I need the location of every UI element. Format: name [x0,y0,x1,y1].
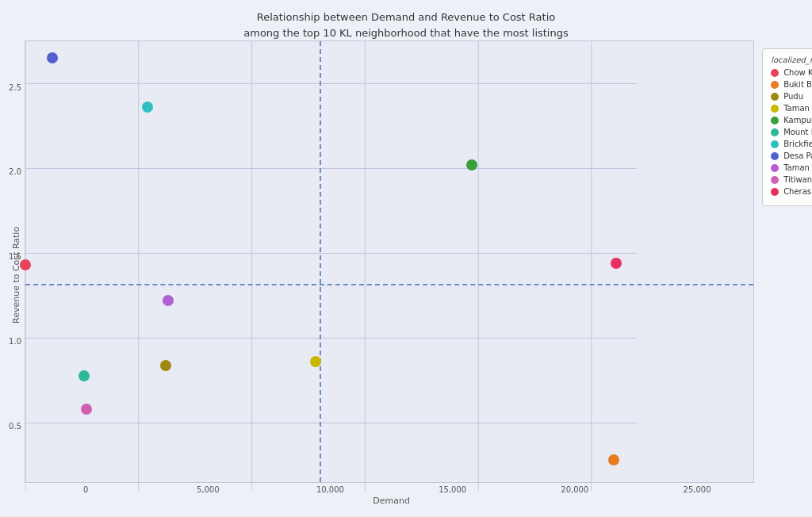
data-point[interactable] [142,101,153,113]
y-tick-label: 0.5 [9,422,21,431]
legend-color-dot [771,69,779,77]
data-point[interactable] [310,356,321,367]
x-axis-label: Demand [25,494,758,509]
legend-label: Taman Desa [783,104,812,113]
data-point[interactable] [608,454,619,465]
legend-item: Titiwangsa [771,175,812,184]
legend-label: Kampung Baru [783,116,812,124]
chart-body: Revenue to Cost Ratio 0.51.01.52.02.5 lo… [0,40,812,517]
dashed-vline [320,41,321,482]
legend-label: Bukit Bintang [783,80,812,89]
data-point[interactable] [79,370,90,381]
data-point[interactable] [81,404,92,415]
legend-label: Desa Pahlawan [783,151,812,160]
legend-color-dot [771,176,779,184]
data-point[interactable] [163,295,174,306]
grid-lines [25,41,637,491]
legend-label: Taman Danau Kota [783,163,812,172]
x-tick-label: 25,000 [636,485,758,494]
legend-item: Chow Kit [771,68,812,77]
legend-item: Brickfields [771,140,812,148]
legend-item: Taman Desa [771,104,812,113]
chart-container: Relationship between Demand and Revenue … [0,0,812,517]
data-point[interactable] [160,360,171,371]
legend-label: Mount Kiara [783,128,812,136]
legend-color-dot [771,140,779,148]
dashed-hline [25,284,753,285]
x-ticks: 05,00010,00015,00020,00025,000 [25,483,758,494]
data-point[interactable] [20,259,31,270]
data-point[interactable] [611,258,622,269]
x-tick-label: 5,000 [147,485,269,494]
legend-color-dot [771,105,779,113]
legend-label: Pudu [783,92,803,101]
legend-item: Kampung Baru [771,116,812,124]
legend-title: localized_neighborhood [771,56,812,64]
plot-area [25,40,754,483]
y-tick-label: 1.0 [9,337,21,346]
x-tick-label: 10,000 [269,485,391,494]
legend-color-dot [771,81,779,89]
legend-color-dot [771,93,779,101]
legend-label: Cheras [783,187,811,196]
legend-item: Taman Danau Kota [771,163,812,172]
chart-title: Relationship between Demand and Revenue … [243,10,569,40]
legend: localized_neighborhood Chow KitBukit Bin… [762,48,812,206]
y-tick-label: 1.5 [9,252,21,261]
legend-item: Bukit Bintang [771,80,812,89]
legend-label: Titiwangsa [783,175,812,184]
plot-and-legend: localized_neighborhood Chow KitBukit Bin… [25,40,812,483]
legend-color-dot [771,152,779,160]
y-tick-label: 2.0 [9,167,21,176]
data-point[interactable] [47,52,58,63]
legend-color-dot [771,188,779,196]
x-tick-label: 20,000 [514,485,636,494]
x-tick-label: 15,000 [392,485,514,494]
legend-item: Pudu [771,92,812,101]
legend-label: Chow Kit [783,68,812,77]
legend-label: Brickfields [783,140,812,148]
legend-color-dot [771,164,779,172]
data-point[interactable] [466,159,477,170]
x-tick-label: 0 [25,485,147,494]
y-tick-label: 2.5 [9,82,21,91]
legend-item: Mount Kiara [771,128,812,136]
legend-items: Chow KitBukit BintangPuduTaman DesaKampu… [771,68,812,196]
legend-color-dot [771,128,779,136]
legend-item: Desa Pahlawan [771,151,812,160]
legend-color-dot [771,117,779,124]
chart-area-wrapper: localized_neighborhood Chow KitBukit Bin… [25,40,812,509]
legend-item: Cheras [771,187,812,196]
y-axis-label: Revenue to Cost Ratio [8,40,25,509]
